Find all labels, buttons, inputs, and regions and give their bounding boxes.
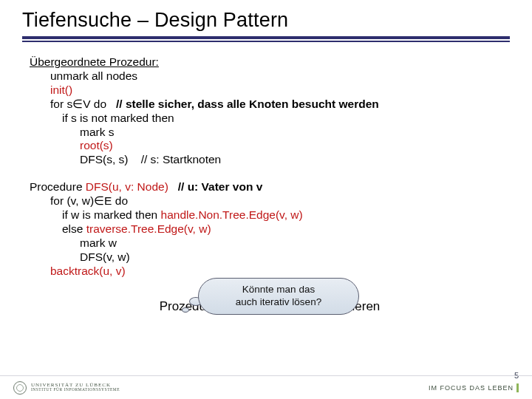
university-logo: UNIVERSITÄT ZU LÜBECK INSTITUT FÜR INFOR…	[13, 381, 120, 395]
proc1-mark: mark s	[30, 126, 510, 140]
title-rule-thick	[22, 36, 510, 39]
focus-bar-icon	[516, 383, 519, 392]
proc2-handle: handle.Non.Tree.Edge(v, w)	[161, 208, 303, 221]
proc1-dfs-comment: // s: Startknoten	[141, 153, 222, 166]
proc1-heading: Übergeordnete Prozedur:	[30, 55, 159, 68]
proc2-sig: (u, v: Node)	[109, 180, 168, 193]
procedure-dfs: Procedure DFS(u, v: Node) // u: Vater vo…	[30, 180, 510, 278]
proc2-backtrack: backtrack(u, v)	[50, 265, 126, 277]
element-of-symbol: ∈	[72, 98, 83, 110]
proc1-if: if s is not marked then	[30, 112, 510, 126]
proc2-else: else	[62, 222, 86, 235]
procedure-main: Übergeordnete Prozedur: unmark all nodes…	[30, 55, 510, 167]
slide-title: Tiefensuche – Design Pattern	[22, 9, 510, 32]
proc2-dfs: DFS(v, w)	[30, 250, 510, 265]
proc1-dfs: DFS(s, s)	[80, 153, 128, 166]
proc2-for: for (v, w)∈E do	[30, 194, 510, 208]
proc2-comment: // u: Vater von v	[178, 180, 263, 193]
proc1-init: init()	[50, 83, 72, 96]
bubble-body: Könnte man das auch iterativ lösen?	[198, 278, 359, 315]
proc2-mark: mark w	[30, 236, 510, 250]
proc2-if: if w is marked then	[62, 208, 161, 221]
thought-bubble: Könnte man das auch iterativ lösen?	[182, 275, 374, 318]
proc1-for-set: V do	[83, 98, 106, 110]
bubble-line2: auch iterativ lösen?	[236, 296, 321, 309]
seal-icon	[13, 381, 27, 395]
uni-institute: INSTITUT FÜR INFORMATIONSSYSTEME	[31, 388, 120, 392]
proc1-for-comment: // stelle sicher, dass alle Knoten besuc…	[116, 98, 379, 110]
proc1-unmark: unmark all nodes	[30, 69, 510, 83]
proc2-proc-keyword: Procedure	[30, 180, 86, 193]
focus-text: IM FOCUS DAS LEBEN	[429, 384, 514, 392]
slide-footer: UNIVERSITÄT ZU LÜBECK INSTITUT FÜR INFOR…	[0, 375, 532, 399]
proc1-root: root(s)	[80, 139, 113, 151]
proc2-name: DFS	[86, 180, 109, 193]
focus-tagline: IM FOCUS DAS LEBEN	[429, 383, 519, 392]
bubble-line1: Könnte man das	[242, 284, 315, 296]
proc2-traverse: traverse.Tree.Edge(v, w)	[86, 222, 211, 235]
proc1-for-pre: for s	[50, 98, 72, 110]
content-area: Übergeordnete Prozedur: unmark all nodes…	[0, 42, 532, 314]
bubble-puff-small	[182, 307, 189, 313]
